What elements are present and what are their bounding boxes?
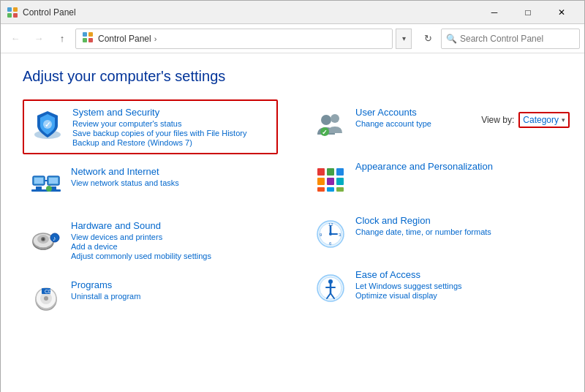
ease-access-title[interactable]: Ease of Access (355, 269, 556, 280)
categories-grid: ✓ System and Security Review your comput… (23, 99, 562, 326)
svg-rect-15 (49, 178, 58, 184)
svg-rect-45 (336, 187, 344, 192)
svg-rect-39 (336, 168, 344, 176)
title-bar-controls: ─ □ ✕ (478, 1, 578, 24)
address-dropdown-button[interactable]: ▾ (396, 29, 412, 49)
hardware-sound-icon: ♪ (29, 220, 64, 255)
category-system-security[interactable]: ✓ System and Security Review your comput… (23, 99, 278, 154)
search-input[interactable] (460, 34, 575, 44)
svg-rect-1 (13, 7, 18, 12)
network-internet-icon (29, 166, 64, 201)
view-by-dropdown[interactable]: Category ▾ (518, 112, 570, 128)
view-by-value: Category (523, 115, 559, 125)
system-security-icon: ✓ (30, 107, 65, 142)
svg-text:♪: ♪ (53, 235, 56, 242)
svg-rect-5 (88, 32, 93, 37)
svg-rect-40 (317, 178, 325, 185)
svg-point-34 (331, 114, 339, 123)
view-by-bar: View by: Category ▾ (481, 112, 570, 128)
clock-region-title[interactable]: Clock and Region (355, 215, 556, 226)
ease-access-link2[interactable]: Optimize visual display (355, 291, 556, 300)
svg-rect-44 (327, 187, 334, 192)
svg-rect-13 (36, 186, 42, 189)
programs-text: Programs Uninstall a program (71, 279, 272, 301)
programs-icon: CD (29, 279, 64, 314)
system-security-link1[interactable]: Review your computer's status (72, 119, 271, 128)
search-box[interactable]: 🔍 (441, 29, 580, 49)
hardware-sound-link2[interactable]: Add a device (71, 242, 272, 251)
forward-button[interactable]: → (29, 29, 49, 49)
svg-point-50 (329, 233, 332, 235)
view-by-chevron-icon: ▾ (562, 116, 565, 124)
system-security-title[interactable]: System and Security (72, 107, 271, 118)
hardware-sound-link3[interactable]: Adjust commonly used mobility settings (71, 252, 272, 260)
control-panel-icon (7, 7, 18, 18)
svg-point-33 (321, 115, 331, 125)
svg-rect-2 (7, 13, 12, 18)
category-programs[interactable]: CD Programs Uninstall a program (23, 272, 278, 322)
svg-rect-41 (327, 178, 334, 185)
svg-rect-43 (317, 187, 325, 192)
svg-rect-42 (336, 178, 344, 185)
address-box[interactable]: Control Panel › (75, 29, 393, 49)
breadcrumb-item1[interactable]: Control Panel (98, 34, 151, 44)
ease-access-link1[interactable]: Let Windows suggest settings (355, 282, 556, 290)
clock-region-icon: 12 3 6 9 (313, 215, 348, 250)
category-hardware-sound[interactable]: ♪ Hardware and Sound View devices and pr… (23, 213, 278, 268)
ease-access-text: Ease of Access Let Windows suggest setti… (355, 269, 556, 300)
network-internet-text: Network and Internet View network status… (71, 166, 272, 187)
address-bar: ← → ↑ Control Panel › ▾ ↻ 🔍 (1, 24, 584, 53)
svg-point-19 (46, 186, 52, 192)
svg-rect-4 (83, 32, 87, 37)
system-security-link2[interactable]: Save backup copies of your files with Fi… (72, 129, 271, 137)
system-security-text: System and Security Review your computer… (72, 107, 271, 147)
title-bar: Control Panel ─ □ ✕ (1, 1, 584, 24)
category-appearance[interactable]: Appearance and Personalization (307, 154, 562, 203)
close-button[interactable]: ✕ (545, 1, 578, 24)
svg-rect-0 (7, 7, 12, 12)
hardware-sound-title[interactable]: Hardware and Sound (71, 220, 272, 231)
category-clock-region[interactable]: 12 3 6 9 Clock and Region Change date, t… (307, 208, 562, 257)
main-content: View by: Category ▾ Adjust your computer… (1, 53, 584, 392)
clock-region-link1[interactable]: Change date, time, or number formats (355, 227, 556, 236)
svg-rect-6 (83, 38, 87, 42)
category-network-internet[interactable]: Network and Internet View network status… (23, 159, 278, 208)
address-icon (82, 31, 94, 45)
minimize-button[interactable]: ─ (478, 1, 511, 24)
svg-point-30 (44, 296, 48, 301)
back-button[interactable]: ← (5, 29, 26, 49)
programs-title[interactable]: Programs (71, 279, 272, 290)
network-internet-link1[interactable]: View network status and tasks (71, 178, 272, 187)
refresh-button[interactable]: ↻ (418, 29, 438, 49)
svg-rect-18 (31, 189, 61, 192)
programs-link1[interactable]: Uninstall a program (71, 292, 272, 301)
svg-text:✓: ✓ (45, 121, 50, 129)
hardware-sound-text: Hardware and Sound View devices and prin… (71, 220, 272, 260)
svg-rect-3 (13, 13, 18, 18)
appearance-icon (313, 161, 348, 196)
svg-rect-38 (327, 168, 334, 176)
ease-access-icon (313, 269, 348, 304)
svg-text:CD: CD (45, 289, 52, 294)
system-security-link3[interactable]: Backup and Restore (Windows 7) (72, 138, 271, 147)
view-by-label: View by: (481, 115, 514, 125)
clock-region-text: Clock and Region Change date, time, or n… (355, 215, 556, 236)
appearance-title[interactable]: Appearance and Personalization (355, 161, 556, 172)
network-internet-title[interactable]: Network and Internet (71, 166, 272, 177)
svg-text:✓: ✓ (322, 129, 328, 136)
category-ease-access[interactable]: Ease of Access Let Windows suggest setti… (307, 262, 562, 312)
appearance-text: Appearance and Personalization (355, 161, 556, 173)
window-frame: Control Panel ─ □ ✕ ← → ↑ Control Panel … (0, 0, 585, 392)
up-button[interactable]: ↑ (52, 29, 72, 49)
breadcrumb-separator: › (154, 34, 157, 43)
svg-rect-37 (317, 168, 325, 176)
hardware-sound-link1[interactable]: View devices and printers (71, 233, 272, 241)
title-bar-text: Control Panel (23, 7, 478, 18)
left-column: ✓ System and Security Review your comput… (23, 99, 292, 326)
page-title: Adjust your computer's settings (23, 68, 562, 85)
right-column: ✓ User Accounts Change account type (292, 99, 562, 326)
svg-point-24 (42, 238, 45, 241)
svg-text:12: 12 (328, 222, 333, 227)
maximize-button[interactable]: □ (511, 1, 545, 24)
user-accounts-icon: ✓ (313, 107, 348, 142)
